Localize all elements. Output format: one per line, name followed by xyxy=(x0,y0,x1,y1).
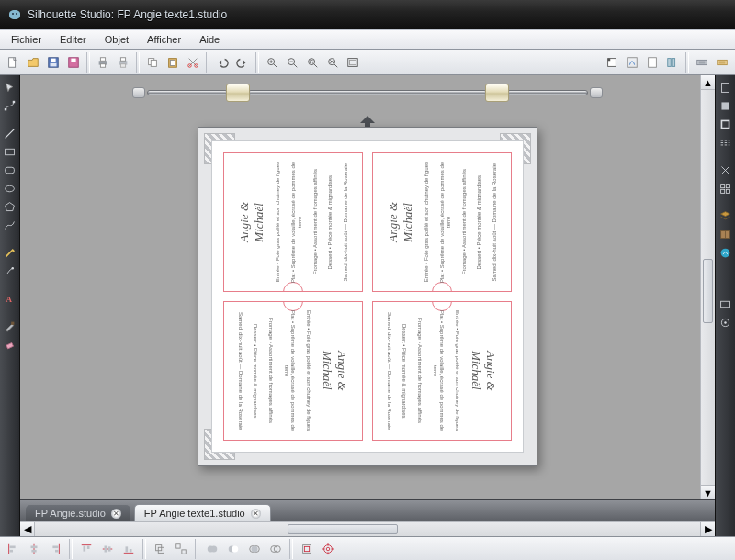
new-button[interactable] xyxy=(4,53,22,72)
card-line: Plat • Suprême de volaille, écrasé de po… xyxy=(290,159,303,286)
document-tab[interactable]: FP Angie.studio ✕ xyxy=(26,505,130,521)
align-top-button[interactable] xyxy=(77,540,96,558)
print-button[interactable] xyxy=(94,53,112,72)
smooth-freehand-tool[interactable] xyxy=(2,263,18,279)
menu-object[interactable]: Objet xyxy=(97,32,136,47)
menu-card[interactable]: Angie & Michaël Entrée • Foie gras poêlé… xyxy=(223,152,363,292)
menubar: Fichier Editer Objet Afficher Aide xyxy=(0,29,735,50)
cut-style-button[interactable] xyxy=(718,162,734,178)
store-button[interactable] xyxy=(718,244,734,261)
card-title: Angie & Michaël xyxy=(469,351,498,391)
knife-tool[interactable] xyxy=(2,318,18,334)
save-button[interactable] xyxy=(44,53,62,72)
weld-button[interactable] xyxy=(203,540,221,558)
card-line: Samedi dix-huit août — Domaine de la Ros… xyxy=(492,163,498,281)
scroll-right-icon[interactable]: ▶ xyxy=(700,522,715,536)
menu-card[interactable]: Samedi dix-huit août — Domaine de la Ros… xyxy=(223,301,363,441)
edit-points-tool[interactable] xyxy=(2,97,18,114)
svg-rect-67 xyxy=(130,549,132,553)
cut-button[interactable] xyxy=(184,53,202,72)
send-panel-button[interactable] xyxy=(718,296,734,312)
replicate-button[interactable] xyxy=(718,180,734,196)
window-title: Silhouette Studio: FP Angie texte1.studi… xyxy=(28,8,227,21)
library-button[interactable] xyxy=(663,53,682,72)
scroll-left-icon[interactable]: ◀ xyxy=(20,522,35,536)
group-button[interactable] xyxy=(151,540,169,558)
fill-color-button[interactable] xyxy=(718,97,734,114)
line-color-button[interactable] xyxy=(718,116,734,132)
rounded-rectangle-tool[interactable] xyxy=(2,162,18,178)
menu-file[interactable]: Fichier xyxy=(4,32,49,47)
vertical-scrollbar[interactable]: ▲ ▼ xyxy=(700,75,715,499)
svg-point-1 xyxy=(16,13,17,15)
horizontal-scrollbar[interactable]: ◀ ▶ xyxy=(20,521,715,536)
library-panel-button[interactable] xyxy=(718,226,734,242)
line-tool[interactable] xyxy=(2,125,18,141)
menu-card[interactable]: Samedi dix-huit août — Domaine de la Ros… xyxy=(372,301,512,441)
zoom-in-button[interactable] xyxy=(263,53,281,72)
layers-button[interactable] xyxy=(718,207,734,224)
ungroup-button[interactable] xyxy=(172,540,190,558)
cutting-mat[interactable]: Angie & Michaël Entrée • Foie gras poêlé… xyxy=(198,127,537,466)
select-tool[interactable] xyxy=(2,79,18,95)
scroll-down-icon[interactable]: ▼ xyxy=(701,485,715,499)
svg-rect-32 xyxy=(672,58,675,66)
subtract-button[interactable] xyxy=(224,540,243,558)
toolbar-separator xyxy=(69,539,73,559)
intersect-button[interactable] xyxy=(245,540,264,558)
print-border-button[interactable] xyxy=(114,53,132,72)
svg-rect-60 xyxy=(52,545,58,548)
zoom-selection-button[interactable] xyxy=(303,53,322,72)
svg-rect-61 xyxy=(55,549,59,552)
scroll-thumb[interactable] xyxy=(703,259,713,323)
copy-button[interactable] xyxy=(143,53,162,72)
text-tool[interactable]: A xyxy=(2,290,18,307)
paste-button[interactable] xyxy=(164,53,182,72)
redo-button[interactable] xyxy=(233,53,252,72)
zoom-out-button[interactable] xyxy=(283,53,301,72)
document-tab[interactable]: FP Angie texte1.studio ✕ xyxy=(134,504,271,521)
scroll-thumb[interactable] xyxy=(288,524,398,534)
menu-view[interactable]: Afficher xyxy=(140,32,188,47)
menu-edit[interactable]: Editer xyxy=(52,32,94,47)
menu-help[interactable]: Aide xyxy=(192,32,227,47)
send-to-silhouette-button[interactable] xyxy=(693,53,711,72)
curve-tool[interactable] xyxy=(2,217,18,233)
freehand-tool[interactable] xyxy=(2,244,18,261)
preferences-button[interactable] xyxy=(718,314,734,330)
rectangle-tool[interactable] xyxy=(2,143,18,160)
page-setup-button[interactable] xyxy=(643,53,662,72)
card-line: Fromage • Assortiment de fromages affiné… xyxy=(267,318,274,423)
target-button[interactable] xyxy=(319,540,337,558)
close-tab-icon[interactable]: ✕ xyxy=(111,509,121,519)
align-left-button[interactable] xyxy=(4,540,22,558)
align-bottom-button[interactable] xyxy=(119,540,138,558)
roller-grip-right[interactable] xyxy=(485,84,509,102)
registration-marks-button[interactable] xyxy=(603,53,621,72)
close-tab-icon[interactable]: ✕ xyxy=(251,509,261,519)
crop-button[interactable] xyxy=(266,540,285,558)
svg-rect-2 xyxy=(9,57,16,67)
roller-grip-left[interactable] xyxy=(226,84,250,102)
trace-button[interactable] xyxy=(623,53,641,72)
line-style-button[interactable] xyxy=(718,134,734,151)
offset-button[interactable] xyxy=(298,540,316,558)
page[interactable]: Angie & Michaël Entrée • Foie gras poêlé… xyxy=(211,140,524,453)
save-to-library-button[interactable] xyxy=(64,53,83,72)
undo-button[interactable] xyxy=(213,53,232,72)
open-button[interactable] xyxy=(24,53,42,72)
design-canvas[interactable]: Angie & Michaël Entrée • Foie gras poêlé… xyxy=(20,75,715,499)
cut-settings-button[interactable] xyxy=(713,53,731,72)
align-center-h-button[interactable] xyxy=(25,540,43,558)
eraser-tool[interactable] xyxy=(2,336,18,353)
fit-to-window-button[interactable] xyxy=(344,53,362,72)
align-right-button[interactable] xyxy=(46,540,64,558)
pan-button[interactable] xyxy=(323,53,342,72)
align-center-v-button[interactable] xyxy=(98,540,117,558)
ellipse-tool[interactable] xyxy=(2,180,18,196)
page-tools-button[interactable] xyxy=(718,79,734,95)
polygon-tool[interactable] xyxy=(2,198,18,215)
scroll-up-icon[interactable]: ▲ xyxy=(701,75,715,90)
svg-rect-10 xyxy=(100,63,105,67)
menu-card[interactable]: Angie & Michaël Entrée • Foie gras poêlé… xyxy=(372,152,512,292)
